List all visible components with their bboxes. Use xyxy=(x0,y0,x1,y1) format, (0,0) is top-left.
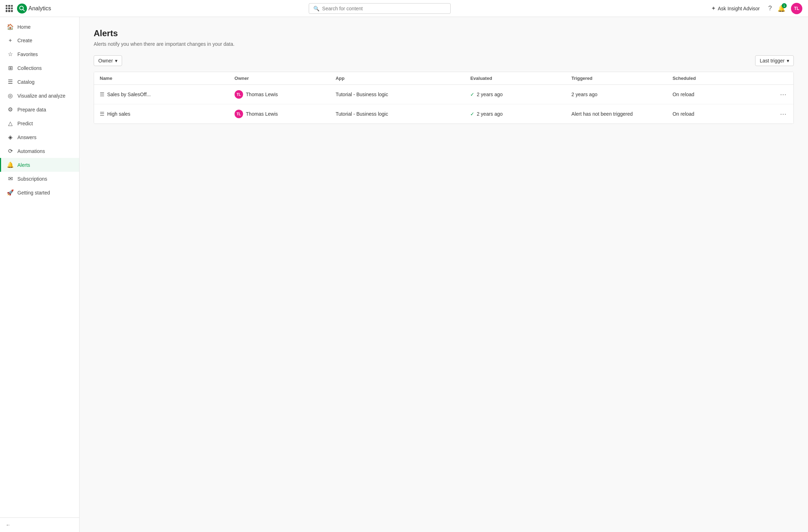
qlik-logo-svg xyxy=(19,5,25,12)
alert-name-1[interactable]: High sales xyxy=(107,111,130,117)
sidebar-label-predict: Predict xyxy=(17,121,33,126)
sidebar-item-catalog[interactable]: ☰ Catalog xyxy=(0,75,79,89)
eval-check-icon-1: ✓ xyxy=(470,111,474,117)
alert-table-icon-1: ☰ xyxy=(100,111,104,117)
search-bar[interactable]: 🔍 xyxy=(309,3,451,14)
sidebar-icon-visualize: ◎ xyxy=(7,92,14,99)
page-subtitle: Alerts notify you when there are importa… xyxy=(94,41,794,47)
cell-actions-0: ⋯ xyxy=(774,89,788,100)
avatar[interactable]: TL xyxy=(791,3,802,14)
eval-check-icon-0: ✓ xyxy=(470,92,474,97)
main-layout: 🏠 Home + Create ☆ Favorites ⊞ Collection… xyxy=(0,17,808,532)
sidebar-label-prepare: Prepare data xyxy=(17,107,46,113)
search-input[interactable] xyxy=(322,6,446,11)
sidebar-nav: 🏠 Home + Create ☆ Favorites ⊞ Collection… xyxy=(0,17,79,517)
col-header-app: App xyxy=(336,76,471,81)
sidebar-item-predict[interactable]: △ Predict xyxy=(0,116,79,130)
sidebar-label-getting-started: Getting started xyxy=(17,190,50,196)
more-actions-button-1[interactable]: ⋯ xyxy=(779,109,788,119)
help-icon: ? xyxy=(768,5,772,12)
sidebar-item-getting-started[interactable]: 🚀 Getting started xyxy=(0,186,79,199)
insight-advisor-label: Ask Insight Advisor xyxy=(718,6,760,11)
insight-advisor-icon: ✦ xyxy=(711,5,716,12)
last-trigger-label: Last trigger xyxy=(760,58,785,64)
alerts-table: Name Owner App Evaluated Triggered Sched… xyxy=(94,72,794,124)
sidebar-icon-prepare: ⚙ xyxy=(7,106,14,113)
eval-text-0: 2 years ago xyxy=(477,92,502,97)
search-icon: 🔍 xyxy=(313,6,319,11)
sidebar-label-alerts: Alerts xyxy=(17,162,30,168)
owner-name-1: Thomas Lewis xyxy=(246,111,278,117)
last-trigger-sort-button[interactable]: Last trigger ▾ xyxy=(755,55,794,66)
notifications-button[interactable]: 🔔 1 xyxy=(777,5,785,12)
col-header-evaluated: Evaluated xyxy=(470,76,571,81)
sidebar-label-answers: Answers xyxy=(17,135,37,140)
sidebar-item-prepare[interactable]: ⚙ Prepare data xyxy=(0,103,79,116)
cell-triggered-0: 2 years ago xyxy=(571,92,672,97)
eval-text-1: 2 years ago xyxy=(477,111,502,117)
sidebar-item-visualize[interactable]: ◎ Visualize and analyze xyxy=(0,89,79,103)
more-actions-button-0[interactable]: ⋯ xyxy=(779,89,788,100)
cell-owner-1: TL Thomas Lewis xyxy=(235,110,336,118)
sidebar-label-automations: Automations xyxy=(17,148,45,154)
insight-advisor-button[interactable]: ✦ Ask Insight Advisor xyxy=(708,4,763,13)
collapse-icon: ← xyxy=(6,522,11,528)
qlik-logo-circle xyxy=(17,4,27,13)
sidebar-item-collections[interactable]: ⊞ Collections xyxy=(0,61,79,75)
main-content: Alerts Alerts notify you when there are … xyxy=(79,17,808,532)
app-name-label: Analytics xyxy=(28,5,51,12)
sidebar-icon-create: + xyxy=(7,37,14,44)
sidebar-footer: ← xyxy=(0,517,79,532)
sidebar-label-favorites: Favorites xyxy=(17,51,38,57)
sidebar-label-subscriptions: Subscriptions xyxy=(17,176,47,182)
col-header-triggered: Triggered xyxy=(571,76,672,81)
cell-app-0: Tutorial - Business logic xyxy=(336,92,471,97)
owner-avatar-0: TL xyxy=(235,90,243,99)
table-row: ☰ Sales by SalesOff... TL Thomas Lewis T… xyxy=(94,85,793,104)
cell-triggered-1: Alert has not been triggered xyxy=(571,111,672,117)
sidebar-label-collections: Collections xyxy=(17,65,42,71)
owner-avatar-1: TL xyxy=(235,110,243,118)
cell-owner-0: TL Thomas Lewis xyxy=(235,90,336,99)
sidebar-icon-favorites: ☆ xyxy=(7,51,14,57)
cell-scheduled-0: On reload xyxy=(672,92,774,97)
sidebar-icon-alerts: 🔔 xyxy=(7,161,14,168)
alert-name-0[interactable]: Sales by SalesOff... xyxy=(107,92,151,97)
collapse-button[interactable]: ← xyxy=(6,522,73,528)
topnav-right: ✦ Ask Insight Advisor ? 🔔 1 TL xyxy=(708,3,802,14)
sidebar-item-automations[interactable]: ⟳ Automations xyxy=(0,144,79,158)
sidebar-icon-catalog: ☰ xyxy=(7,78,14,85)
topnav: Analytics 🔍 ✦ Ask Insight Advisor ? 🔔 1 … xyxy=(0,0,808,17)
col-header-scheduled: Scheduled xyxy=(672,76,774,81)
cell-name-0: ☰ Sales by SalesOff... xyxy=(100,91,235,98)
sidebar-icon-answers: ◈ xyxy=(7,134,14,141)
qlik-logo[interactable]: Analytics xyxy=(17,4,51,13)
sidebar-item-subscriptions[interactable]: ✉ Subscriptions xyxy=(0,172,79,186)
cell-evaluated-0: ✓ 2 years ago xyxy=(470,92,571,97)
sidebar-icon-collections: ⊞ xyxy=(7,65,14,71)
sidebar-icon-getting-started: 🚀 xyxy=(7,189,14,196)
sidebar-item-create[interactable]: + Create xyxy=(0,34,79,47)
sidebar-item-alerts[interactable]: 🔔 Alerts xyxy=(0,158,79,172)
sidebar-item-favorites[interactable]: ☆ Favorites xyxy=(0,47,79,61)
owner-filter-button[interactable]: Owner ▾ xyxy=(94,55,122,66)
app-layout: Analytics 🔍 ✦ Ask Insight Advisor ? 🔔 1 … xyxy=(0,0,808,532)
topnav-search: 🔍 xyxy=(51,3,708,14)
sidebar-icon-predict: △ xyxy=(7,120,14,127)
grid-menu-icon[interactable] xyxy=(6,5,13,12)
sidebar-icon-subscriptions: ✉ xyxy=(7,175,14,182)
chevron-down-icon: ▾ xyxy=(115,58,117,64)
owner-filter-label: Owner xyxy=(98,58,113,64)
cell-scheduled-1: On reload xyxy=(672,111,774,117)
sidebar-item-home[interactable]: 🏠 Home xyxy=(0,20,79,34)
sidebar: 🏠 Home + Create ☆ Favorites ⊞ Collection… xyxy=(0,17,79,532)
table-header: Name Owner App Evaluated Triggered Sched… xyxy=(94,72,793,85)
topnav-left: Analytics xyxy=(6,4,51,13)
toolbar: Owner ▾ Last trigger ▾ xyxy=(94,55,794,66)
sidebar-label-home: Home xyxy=(17,24,31,30)
help-button[interactable]: ? xyxy=(768,5,772,12)
sidebar-item-answers[interactable]: ◈ Answers xyxy=(0,130,79,144)
sidebar-label-catalog: Catalog xyxy=(17,79,34,85)
table-row: ☰ High sales TL Thomas Lewis Tutorial - … xyxy=(94,104,793,124)
col-header-owner: Owner xyxy=(235,76,336,81)
